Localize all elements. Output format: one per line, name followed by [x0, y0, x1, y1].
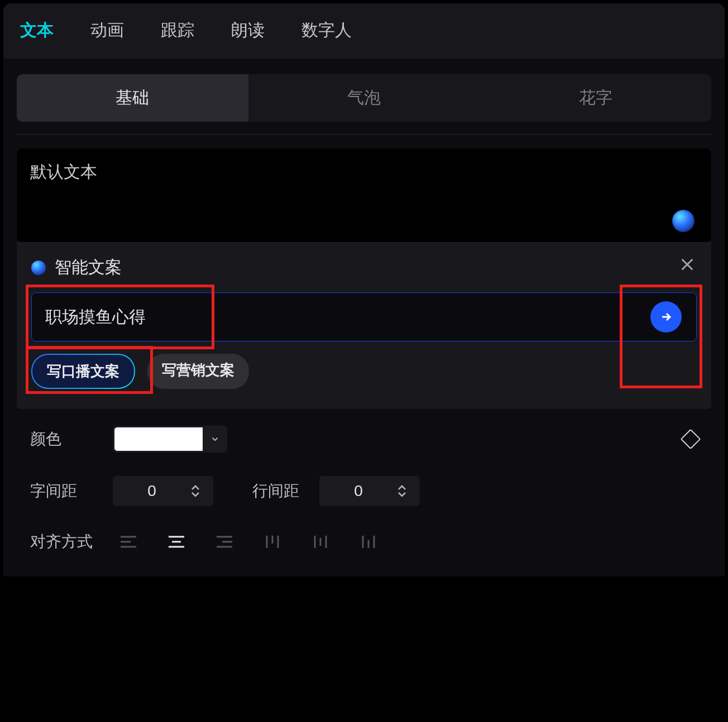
smart-copy-header: 智能文案: [31, 256, 697, 279]
chevron-up-icon: [397, 485, 406, 490]
text-options: 颜色 字间距 0 行间距 0: [17, 409, 711, 554]
top-tab-bar: 文本 动画 跟踪 朗读 数字人: [3, 3, 725, 59]
chip-marketing-copy[interactable]: 写营销文案: [147, 354, 249, 389]
sub-tab-bar: 基础 气泡 花字: [17, 74, 711, 122]
tab-read-aloud[interactable]: 朗读: [231, 19, 265, 42]
tab-animation[interactable]: 动画: [90, 19, 124, 42]
vertical-top-icon: [264, 535, 281, 549]
align-center-icon: [167, 535, 185, 549]
line-spacing-label: 行间距: [252, 480, 319, 502]
keyframe-diamond-icon[interactable]: [681, 429, 701, 450]
vertical-align-middle-button[interactable]: [305, 530, 336, 554]
tab-tracking[interactable]: 跟踪: [161, 19, 194, 42]
tab-digital-human[interactable]: 数字人: [301, 19, 352, 42]
ai-orb-icon[interactable]: [672, 210, 695, 232]
align-right-button[interactable]: [209, 530, 240, 554]
smart-input-wrap: [31, 292, 697, 341]
color-label: 颜色: [30, 429, 113, 450]
text-content-card[interactable]: 默认文本: [17, 148, 711, 242]
prompt-chips-row: 写口播文案 写营销文案: [31, 354, 697, 389]
smart-copy-input[interactable]: [45, 307, 658, 326]
vertical-bottom-icon: [360, 535, 377, 549]
alignment-row: 对齐方式: [30, 530, 698, 554]
vertical-align-top-button[interactable]: [257, 530, 288, 554]
chevron-down-icon: [191, 492, 200, 497]
align-right-icon: [215, 535, 233, 549]
ai-orb-small-icon: [31, 261, 46, 275]
panel-body: 基础 气泡 花字 默认文本 智能文案: [3, 59, 725, 576]
line-spacing-field[interactable]: 0: [319, 476, 420, 506]
smart-copy-popup: 智能文案: [17, 242, 711, 409]
close-button[interactable]: [678, 255, 697, 274]
submit-button[interactable]: [650, 301, 682, 333]
line-spacing-stepper[interactable]: [397, 485, 420, 497]
alignment-label: 对齐方式: [30, 531, 113, 552]
text-content-value: 默认文本: [30, 161, 698, 184]
chevron-down-icon: [397, 492, 406, 497]
smart-input-row: [31, 292, 697, 341]
chevron-up-icon: [191, 485, 200, 490]
color-dropdown-caret[interactable]: [203, 434, 227, 444]
smart-copy-title: 智能文案: [55, 256, 122, 279]
sub-tab-bubble[interactable]: 气泡: [248, 74, 480, 122]
chevron-down-icon: [210, 434, 220, 444]
arrow-right-icon: [659, 310, 673, 324]
align-left-button[interactable]: [113, 530, 144, 554]
color-picker[interactable]: [113, 426, 227, 453]
sub-tab-fancy[interactable]: 花字: [480, 74, 711, 122]
letter-spacing-label: 字间距: [30, 480, 113, 502]
align-left-icon: [119, 535, 137, 549]
tab-text[interactable]: 文本: [20, 19, 54, 42]
spacing-row: 字间距 0 行间距 0: [30, 476, 698, 506]
sub-tab-basic[interactable]: 基础: [17, 74, 248, 122]
alignment-buttons: [113, 530, 384, 554]
align-center-button[interactable]: [161, 530, 192, 554]
color-row: 颜色: [30, 426, 698, 453]
divider: [17, 134, 711, 135]
chip-broadcast-copy[interactable]: 写口播文案: [31, 354, 135, 389]
letter-spacing-value: 0: [113, 482, 191, 500]
vertical-middle-icon: [312, 535, 329, 549]
vertical-align-bottom-button[interactable]: [353, 530, 384, 554]
letter-spacing-field[interactable]: 0: [113, 476, 213, 506]
close-icon: [679, 257, 695, 272]
line-spacing-value: 0: [319, 482, 397, 500]
color-swatch: [114, 427, 203, 451]
letter-spacing-stepper[interactable]: [191, 485, 213, 497]
